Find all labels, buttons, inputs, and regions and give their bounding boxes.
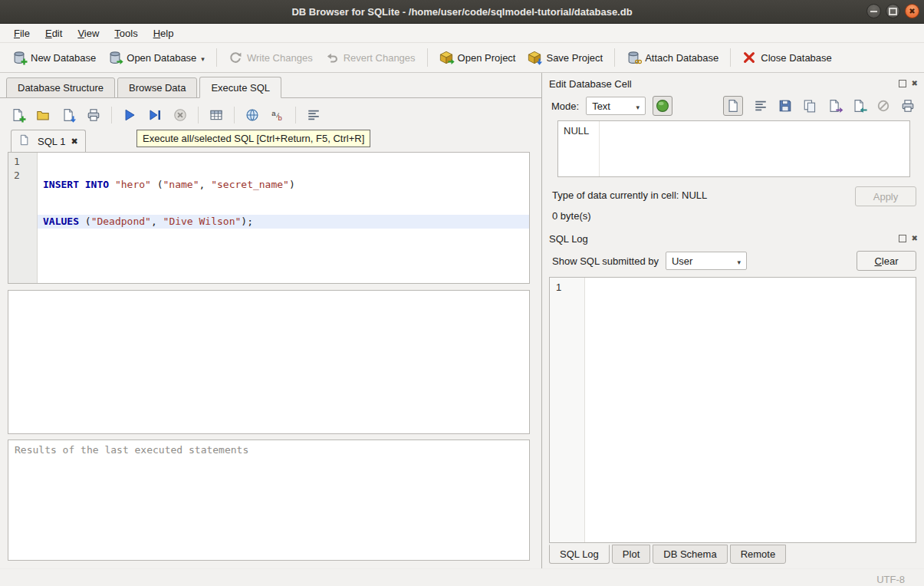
results-placeholder: Results of the last executed statements <box>15 444 248 456</box>
close-database-button[interactable]: Close Database <box>736 47 838 68</box>
cell-editor[interactable]: NULL <box>557 120 910 177</box>
save-cell-icon[interactable] <box>778 99 792 113</box>
menu-tools[interactable]: Tools <box>107 26 145 41</box>
log-gutter: 1 <box>550 278 585 542</box>
close-tab-icon[interactable] <box>71 137 77 146</box>
open-browser-tab-button[interactable] <box>242 105 262 125</box>
sql-token: , <box>199 179 212 190</box>
close-window-button[interactable] <box>905 4 919 18</box>
revert-changes-button[interactable]: Revert Changes <box>319 47 422 68</box>
filter-label: Show SQL submitted by <box>552 255 659 267</box>
save-sql-file-button[interactable] <box>58 105 78 125</box>
sql-token: ( <box>151 179 163 190</box>
execute-line-button[interactable] <box>145 105 165 125</box>
word-wrap-icon[interactable] <box>754 99 768 113</box>
find-replace-button[interactable] <box>268 105 288 125</box>
tab-sql-log[interactable]: SQL Log <box>549 545 610 564</box>
tab-db-schema[interactable]: DB Schema <box>653 545 727 564</box>
status-bar: UTF-8 <box>0 568 924 586</box>
execute-icon <box>123 108 136 122</box>
window-title: DB Browser for SQLite - /home/user/code/… <box>291 6 632 18</box>
open-project-button[interactable]: Open Project <box>433 47 522 68</box>
text-mode-button[interactable] <box>723 96 743 116</box>
minimize-button[interactable] <box>866 4 881 18</box>
print-icon <box>87 108 100 122</box>
window-controls <box>866 4 919 18</box>
tab-browse-data[interactable]: Browse Data <box>117 77 197 98</box>
format-sql-button[interactable] <box>304 105 324 125</box>
print-sql-button[interactable] <box>84 105 104 125</box>
menu-file[interactable]: File <box>6 26 38 41</box>
maximize-button[interactable] <box>886 4 900 18</box>
close-dock-icon[interactable] <box>912 80 918 87</box>
new-database-icon <box>12 51 26 64</box>
sql-doc-icon <box>18 134 32 148</box>
sql-toolbar <box>8 101 530 129</box>
close-icon <box>909 8 915 15</box>
sql-editor[interactable]: 1 2 INSERT INTO "hero" ("name", "secret_… <box>8 152 530 284</box>
code-line-2: VALUES ("Deadpond", "Dive Wilson"); <box>38 215 529 229</box>
export-results-button[interactable] <box>206 105 226 125</box>
editor-code[interactable]: INSERT INTO "hero" ("name", "secret_name… <box>38 153 529 283</box>
float-dock-icon[interactable] <box>899 80 906 87</box>
copy-cell-icon[interactable] <box>803 99 817 113</box>
tab-execute-sql[interactable]: Execute SQL <box>199 77 281 98</box>
sql-tab-1[interactable]: SQL 1 <box>11 130 86 152</box>
save-project-button[interactable]: Save Project <box>521 47 609 68</box>
save-project-label: Save Project <box>546 52 603 64</box>
sql-log-view[interactable]: 1 <box>549 277 916 543</box>
execute-sql-button[interactable] <box>120 105 140 125</box>
new-database-button[interactable]: New Database <box>6 47 102 68</box>
text-doc-icon <box>726 99 740 113</box>
menu-help[interactable]: Help <box>146 26 182 41</box>
bottom-tab-bar: SQL Log Plot DB Schema Remote <box>542 545 924 568</box>
combo-arrow-icon <box>636 100 640 112</box>
submitted-by-combobox[interactable]: User <box>666 252 747 270</box>
apply-cell-changes-button[interactable] <box>653 96 672 116</box>
editor-gutter: 1 2 <box>8 153 38 283</box>
tab-remote[interactable]: Remote <box>730 545 787 564</box>
menu-view[interactable]: View <box>70 26 107 41</box>
log-line-number: 1 <box>556 281 561 293</box>
clear-log-button[interactable]: Clear <box>857 251 916 271</box>
new-sql-tab-button[interactable] <box>8 105 28 125</box>
apply-button[interactable]: Apply <box>855 186 916 206</box>
mode-combobox[interactable]: Text <box>586 97 646 115</box>
sql-log-title: SQL Log <box>549 233 899 245</box>
menu-edit[interactable]: Edit <box>38 26 70 41</box>
dock-controls <box>899 235 918 242</box>
float-dock-icon[interactable] <box>899 235 906 242</box>
sql-keyword: INSERT INTO <box>43 179 109 190</box>
mode-value: Text <box>592 100 610 112</box>
attach-database-button[interactable]: Attach Database <box>620 47 725 68</box>
write-changes-button[interactable]: Write Changes <box>222 47 319 68</box>
globe-icon <box>245 108 259 122</box>
titlebar: DB Browser for SQLite - /home/user/code/… <box>0 0 924 24</box>
right-pane: Edit Database Cell Mode: Text <box>541 73 924 568</box>
results-grid[interactable] <box>8 290 530 434</box>
print-cell-icon[interactable] <box>901 99 915 113</box>
close-dock-icon[interactable] <box>912 235 918 242</box>
code-line-1: INSERT INTO "hero" ("name", "secret_name… <box>38 178 529 192</box>
save-project-icon <box>528 51 541 64</box>
tab-database-structure[interactable]: Database Structure <box>6 77 115 98</box>
import-cell-icon[interactable] <box>852 99 866 113</box>
results-message-box[interactable]: Results of the last executed statements <box>8 440 530 561</box>
sql-string: "secret_name" <box>211 179 289 190</box>
open-sql-file-button[interactable] <box>33 105 53 125</box>
revert-changes-icon <box>325 51 339 64</box>
open-database-dropdown-icon[interactable] <box>201 52 205 64</box>
open-database-button[interactable]: Open Database <box>102 47 211 68</box>
edit-cell-dock-header: Edit Database Cell <box>542 73 924 93</box>
stop-execution-button[interactable] <box>170 105 190 125</box>
combo-arrow-icon <box>737 255 741 267</box>
tab-plot[interactable]: Plot <box>612 545 650 564</box>
export-cell-icon[interactable] <box>827 99 841 113</box>
clear-label: Clear <box>874 255 898 267</box>
sql-log-filter-row: Show SQL submitted by User Clear <box>542 248 924 272</box>
sql-string: "name" <box>163 179 199 190</box>
sql-token: ) <box>289 179 295 190</box>
sql-token: , <box>151 216 163 227</box>
set-null-icon[interactable] <box>876 99 890 113</box>
open-database-label: Open Database <box>127 52 196 64</box>
